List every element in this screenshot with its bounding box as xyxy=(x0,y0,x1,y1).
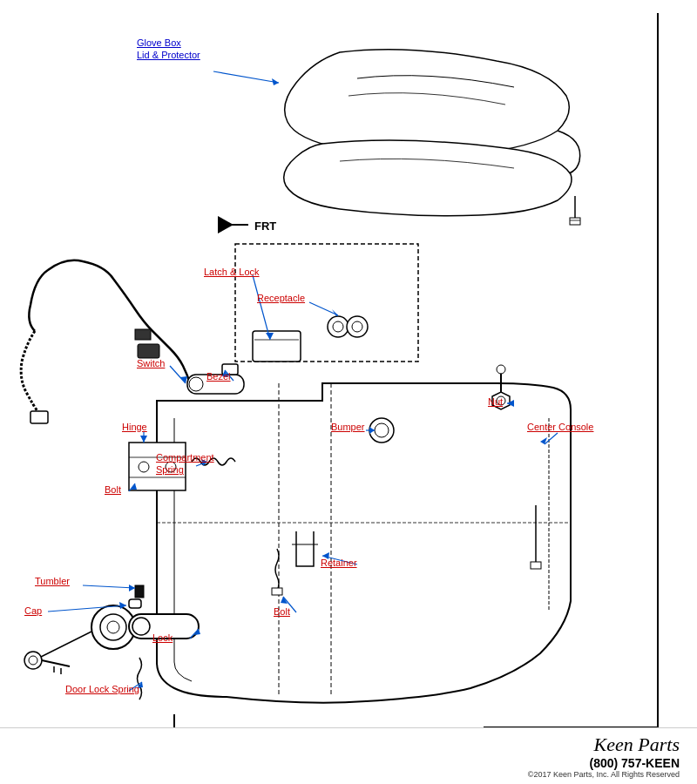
svg-marker-72 xyxy=(129,585,135,591)
svg-rect-10 xyxy=(138,344,159,358)
bezel-label: Bezel xyxy=(206,371,231,382)
keen-phone: (800) 757-KEEN xyxy=(528,756,680,770)
svg-rect-48 xyxy=(129,599,141,608)
receptacle-label: Receptacle xyxy=(257,293,305,303)
svg-marker-56 xyxy=(180,376,187,383)
svg-rect-8 xyxy=(135,329,151,340)
lock-top-label: Lock xyxy=(152,632,173,643)
footer-logo-block: Keen Parts (800) 757-KEEN ©2017 Keen Par… xyxy=(528,733,680,779)
svg-line-49 xyxy=(213,71,279,83)
latch-lock-label: Latch & Lock xyxy=(204,267,260,277)
svg-point-18 xyxy=(352,321,362,332)
keen-copyright: ©2017 Keen Parts, Inc. All Rights Reserv… xyxy=(528,770,680,779)
svg-rect-34 xyxy=(531,562,541,569)
tumbler-label: Tumbler xyxy=(35,576,70,586)
svg-rect-13 xyxy=(253,331,301,362)
retainer-label: Retainer xyxy=(321,558,357,568)
bolt-top-label: Bolt xyxy=(105,484,121,495)
svg-rect-47 xyxy=(135,585,144,598)
svg-point-41 xyxy=(29,656,37,665)
svg-marker-60 xyxy=(140,436,147,443)
svg-point-32 xyxy=(497,365,505,374)
center-console-label: Center Console xyxy=(527,422,593,432)
svg-point-28 xyxy=(375,423,389,437)
svg-line-71 xyxy=(83,585,135,588)
compartment-spring-label: CompartmentSpring xyxy=(156,451,214,476)
svg-point-24 xyxy=(139,462,149,472)
svg-marker-50 xyxy=(272,78,279,85)
glove-box-lid-label: Glove BoxLid & Protector xyxy=(137,37,200,62)
svg-point-20 xyxy=(189,377,203,391)
keen-logo-text: Keen Parts xyxy=(528,733,680,756)
svg-rect-35 xyxy=(272,588,282,595)
footer: Keen Parts (800) 757-KEEN ©2017 Keen Par… xyxy=(0,727,697,784)
diagram-container: Glove BoxLid & Protector FRT Latch & Loc… xyxy=(0,0,697,784)
door-lock-spring-label: Door Lock Spring xyxy=(65,684,139,694)
svg-point-17 xyxy=(333,321,343,332)
cap-label: Cap xyxy=(24,605,42,616)
hinge-label: Hinge xyxy=(122,422,147,432)
bumper-label: Bumper xyxy=(331,422,365,432)
bolt-bottom-label: Bolt xyxy=(274,606,290,617)
svg-line-42 xyxy=(42,660,70,666)
svg-point-38 xyxy=(107,621,119,633)
switch-label: Switch xyxy=(137,358,165,368)
nut-label: Nut xyxy=(488,396,503,407)
svg-line-39 xyxy=(39,632,91,658)
parts-diagram-svg xyxy=(0,0,697,784)
svg-rect-5 xyxy=(570,218,580,225)
svg-point-46 xyxy=(132,618,150,635)
svg-rect-9 xyxy=(30,411,48,423)
frt-label: FRT xyxy=(254,220,276,233)
